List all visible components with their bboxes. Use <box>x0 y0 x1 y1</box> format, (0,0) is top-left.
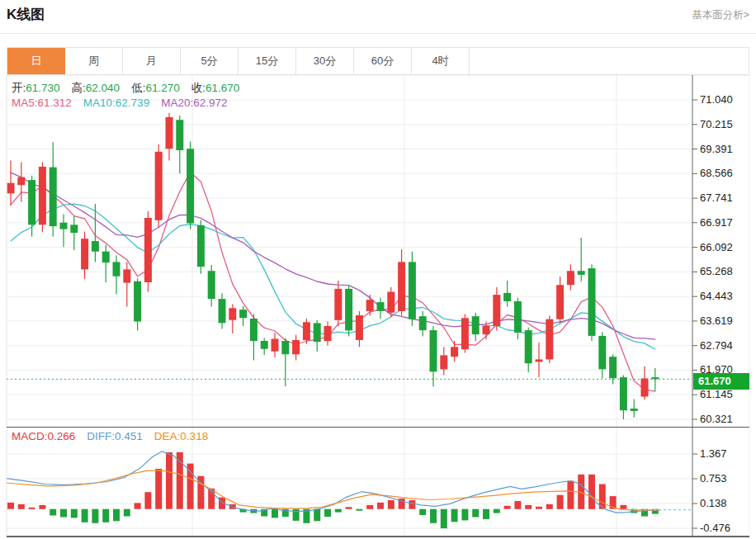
ma5-line <box>11 172 655 391</box>
ma-row-item-0: MA5:61.312 <box>12 97 72 109</box>
macd-bar <box>377 503 384 509</box>
macd-bar <box>620 505 626 509</box>
candle-body <box>303 322 310 340</box>
macd-row-item-0: MACD:0.266 <box>12 430 75 442</box>
candle-body <box>166 117 173 149</box>
tab-period-6[interactable]: 60分 <box>354 48 412 74</box>
tabbar-filler <box>470 48 749 74</box>
macd-bar <box>50 509 56 516</box>
candle-body <box>70 225 78 233</box>
candle-body <box>239 310 247 318</box>
tab-period-3[interactable]: 5分 <box>181 48 239 74</box>
macd-bar <box>124 509 130 517</box>
macd-bar <box>388 500 395 509</box>
macd-bar <box>441 509 447 528</box>
price-tick-label-2: 69.391 <box>700 143 733 156</box>
tab-period-5[interactable]: 30分 <box>296 48 354 74</box>
ma-readout: MA5:61.312MA10:62.739MA20:62.972 <box>12 97 227 109</box>
macd-bar <box>18 504 25 509</box>
macd-bar <box>525 505 532 509</box>
candle-body <box>208 271 215 299</box>
candle-body <box>377 302 385 311</box>
macd-bar <box>588 475 595 509</box>
macd-bar <box>92 509 98 523</box>
candle-body <box>366 300 374 311</box>
macd-tick-label-3: -0.476 <box>700 522 730 535</box>
candle-body <box>398 262 405 311</box>
price-tick-label-6: 66.092 <box>700 241 733 254</box>
candle-body <box>314 323 321 342</box>
candle-body <box>144 218 152 282</box>
candle-body <box>620 377 627 410</box>
price-tick-label-0: 71.040 <box>700 93 733 106</box>
candle-body <box>334 289 342 320</box>
candle-body <box>17 177 25 186</box>
macd-bar <box>451 509 458 522</box>
candle-body <box>7 183 15 194</box>
macd-bar <box>366 505 373 509</box>
ohlc-row-item-0: 开:61.730 <box>12 81 60 96</box>
candle-body <box>419 316 427 330</box>
macd-bar <box>419 509 426 515</box>
candle-body <box>567 271 574 285</box>
candle-body <box>123 269 130 282</box>
candle-body <box>134 281 141 322</box>
macd-readout: MACD:0.266DIFF:0.451DEA:0.318 <box>12 430 208 442</box>
candle-body <box>187 149 194 223</box>
candle-body <box>324 326 332 341</box>
candle-body <box>197 225 205 267</box>
candle-body <box>430 330 437 371</box>
macd-bar <box>483 509 489 519</box>
candle-body <box>28 180 35 225</box>
candle-body <box>345 289 352 331</box>
tab-period-4[interactable]: 15分 <box>239 48 296 74</box>
macd-bar <box>71 509 78 518</box>
candle-body <box>50 168 57 227</box>
macd-bar <box>39 505 45 509</box>
tab-period-0[interactable]: 日 <box>7 48 65 74</box>
macd-row-item-1: DIFF:0.451 <box>87 430 143 442</box>
candle-body <box>356 315 363 340</box>
price-tick-label-10: 62.794 <box>700 339 733 352</box>
tab-period-7[interactable]: 4时 <box>412 48 470 74</box>
ohlc-row-item-3: 收:61.670 <box>191 81 240 96</box>
price-tick-label-9: 63.619 <box>700 314 733 328</box>
candle-body <box>503 293 511 301</box>
macd-bar <box>346 507 352 508</box>
macd-tick-label-1: 0.753 <box>700 472 727 485</box>
period-tabbar: 日周月5分15分30分60分4时 <box>7 47 749 75</box>
candle-body <box>440 355 447 369</box>
candle-body <box>102 252 110 262</box>
candle-body <box>292 340 300 354</box>
macd-bar <box>557 495 564 509</box>
macd-bar <box>409 500 415 509</box>
tab-period-2[interactable]: 月 <box>123 48 181 74</box>
macd-tick-label-2: 0.138 <box>700 497 727 510</box>
ma-row-item-1: MA10:62.739 <box>83 97 149 109</box>
macd-bar <box>155 469 162 509</box>
macd-bar <box>324 509 331 517</box>
price-tick-label-1: 70.215 <box>700 118 733 131</box>
candle-body <box>556 285 564 319</box>
candle-body <box>176 120 183 150</box>
macd-bar <box>514 501 521 509</box>
candle-body <box>272 339 279 352</box>
macd-bar <box>494 509 500 513</box>
candle-body <box>60 223 68 229</box>
macd-bar <box>144 492 151 509</box>
ohlc-row-item-1: 高:62.040 <box>72 81 120 96</box>
candle-body <box>155 152 163 220</box>
candle-body <box>641 379 649 397</box>
price-tick-label-11: 61.970 <box>700 363 733 376</box>
candle-body <box>461 318 469 349</box>
candle-body <box>113 262 120 276</box>
candle-body <box>472 316 480 334</box>
price-tick-label-3: 68.566 <box>700 167 733 180</box>
ma10-line <box>11 204 655 349</box>
ohlc-row-item-2: 低:61.270 <box>131 81 180 96</box>
macd-bar <box>546 504 553 509</box>
candle-body <box>387 292 395 313</box>
macd-bar <box>7 503 14 509</box>
tab-period-1[interactable]: 周 <box>65 48 123 74</box>
price-tick-label-7: 65.268 <box>700 265 733 278</box>
